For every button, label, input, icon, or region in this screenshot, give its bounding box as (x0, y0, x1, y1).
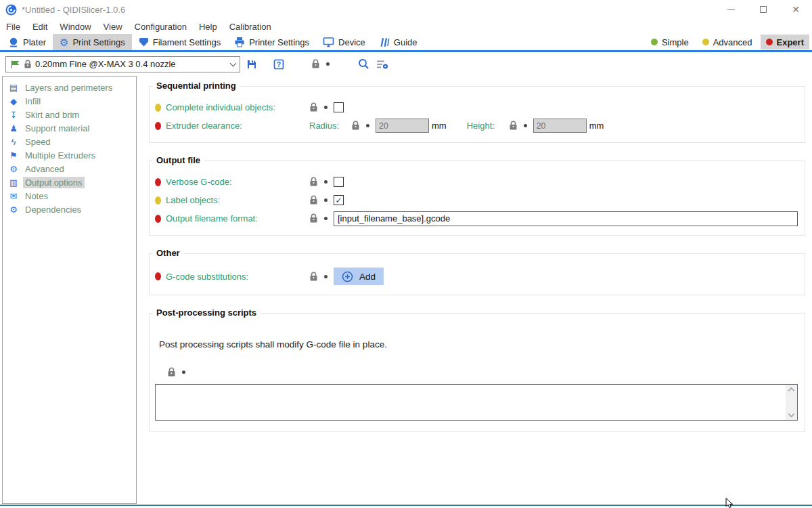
menu-calibration[interactable]: Calibration (223, 22, 277, 32)
tab-printer-settings[interactable]: Printer Settings (227, 34, 316, 50)
print-preset-dropdown[interactable]: 0.20mm Fine @X-MAX 3 0.4 nozzle (5, 56, 240, 72)
unit-label: mm (432, 121, 447, 131)
output-filename-format-input[interactable] (334, 211, 798, 226)
question-help-button[interactable]: ? (273, 59, 284, 70)
menu-window[interactable]: Window (53, 22, 97, 32)
revert-dot-icon (326, 62, 330, 66)
label-objects-checkbox[interactable]: ✓ (334, 195, 344, 205)
extruder-clearance-radius-input[interactable] (376, 119, 429, 133)
extruder-clearance-height-input[interactable] (533, 119, 587, 133)
menu-file[interactable]: File (0, 22, 26, 32)
tab-label: Print Settings (72, 37, 125, 47)
param-level-dot-icon (155, 104, 161, 112)
param-level-dot-icon (155, 196, 161, 205)
sidebar-item-dependencies[interactable]: ⚙ Dependencies (3, 203, 136, 216)
close-icon: ✕ (792, 5, 800, 14)
revert-dot-icon (324, 217, 328, 220)
complete-individual-objects-checkbox[interactable] (334, 102, 344, 112)
lock-icon[interactable] (167, 367, 176, 377)
menu-edit[interactable]: Edit (26, 22, 53, 32)
tab-plater[interactable]: Plater (1, 34, 53, 50)
sidebar-item-skirt-and-brim[interactable]: ↧ Skirt and brim (3, 108, 136, 121)
minimize-icon (727, 9, 735, 10)
lock-icon[interactable] (309, 102, 318, 112)
param-level-dot-icon (155, 122, 161, 130)
preset-toolbar: 0.20mm Fine @X-MAX 3 0.4 nozzle ? (0, 52, 812, 76)
lock-icon (24, 60, 32, 69)
window-title: *Untitled - QIDISlicer-1.0.6 (22, 5, 125, 15)
post-processing-scripts-textarea[interactable] (156, 385, 786, 420)
tab-filament-settings[interactable]: Filament Settings (132, 34, 227, 50)
post-processing-lock-row (167, 367, 799, 377)
tab-label: Guide (394, 37, 418, 47)
preset-name: 0.20mm Fine @X-MAX 3 0.4 nozzle (35, 59, 176, 69)
tab-print-settings[interactable]: ⚙ Print Settings (53, 34, 132, 50)
checkmark-icon: ✓ (335, 196, 342, 205)
chevron-down-icon (230, 60, 237, 66)
scrollbar[interactable] (786, 385, 797, 420)
setting-row-gcode-substitutions: G-code substitutions: Add (155, 268, 799, 285)
setting-label: Complete individual objects: (166, 102, 275, 112)
notes-icon: ✉ (8, 191, 19, 201)
verbose-gcode-checkbox[interactable] (334, 177, 344, 187)
section-output-file: Output file Verbose G-code: Label object… (149, 161, 805, 236)
mode-simple[interactable]: Simple (646, 35, 694, 49)
section-title: Sequential printing (153, 81, 240, 91)
menu-view[interactable]: View (97, 22, 129, 32)
lock-icon[interactable] (309, 213, 318, 224)
mode-advanced[interactable]: Advanced (697, 35, 758, 49)
sidebar-item-output-options[interactable]: ▥ Output options (3, 175, 136, 189)
circled-plus-icon (342, 271, 353, 282)
lock-icon[interactable] (309, 272, 318, 282)
menu-configuration[interactable]: Configuration (129, 22, 193, 32)
setting-label: G-code substitutions: (166, 272, 248, 282)
tab-label: Filament Settings (153, 37, 221, 47)
revert-dot-icon (182, 371, 185, 374)
sidebar-item-notes[interactable]: ✉ Notes (3, 189, 136, 203)
printer-icon (234, 37, 245, 47)
sidebar-item-multiple-extruders[interactable]: ⚑ Multiple Extruders (3, 148, 136, 162)
mode-expert[interactable]: Expert (761, 35, 809, 49)
search-button[interactable] (358, 58, 369, 70)
revert-dot-icon (324, 106, 328, 109)
post-processing-scripts-field (155, 384, 798, 421)
tab-device[interactable]: Device (316, 34, 372, 50)
sidebar-item-layers-and-perimeters[interactable]: ▤ Layers and perimeters (3, 81, 136, 94)
section-sequential-printing: Sequential printing Complete individual … (149, 86, 805, 143)
section-title: Other (153, 248, 183, 258)
tab-label: Printer Settings (249, 37, 309, 47)
param-level-dot-icon (155, 215, 161, 223)
sidebar-item-advanced[interactable]: ⚙ Advanced (3, 162, 136, 175)
flag-icon (10, 60, 20, 69)
lock-icon[interactable] (351, 121, 360, 131)
scroll-up-icon[interactable] (788, 387, 795, 394)
mode-label: Simple (662, 37, 689, 47)
guide-icon (379, 37, 390, 47)
settings-view-button[interactable] (376, 59, 389, 70)
lock-icon[interactable] (309, 177, 318, 187)
lock-icon[interactable] (509, 121, 518, 131)
gear-icon: ⚙ (60, 37, 68, 47)
skirt-icon: ↧ (8, 110, 19, 120)
close-button[interactable]: ✕ (780, 0, 812, 19)
minimize-button[interactable] (715, 0, 747, 19)
unit-label: mm (589, 121, 604, 131)
tab-guide[interactable]: Guide (372, 34, 424, 50)
sidebar-item-infill[interactable]: ◆ Infill (3, 94, 136, 108)
window-bottom-edge (0, 505, 812, 506)
add-substitution-button[interactable]: Add (334, 268, 384, 285)
lock-icon[interactable] (309, 195, 318, 205)
section-other: Other G-code substitutions: Add (149, 253, 805, 295)
lock-settings-button[interactable] (311, 59, 320, 69)
sidebar-item-speed[interactable]: ϟ Speed (3, 135, 136, 148)
revert-dot-icon (324, 275, 328, 278)
post-processing-description: Post processing scripts shall modify G-c… (159, 339, 799, 350)
scroll-down-icon[interactable] (788, 411, 795, 418)
advanced-mode-dot-icon (702, 39, 709, 45)
dependencies-gear-icon: ⚙ (8, 205, 19, 215)
sidebar-item-support-material[interactable]: ♟ Support material (3, 121, 136, 135)
expert-mode-dot-icon (766, 39, 773, 45)
save-preset-button[interactable] (246, 59, 257, 70)
menu-help[interactable]: Help (193, 22, 223, 32)
maximize-button[interactable] (747, 0, 780, 19)
